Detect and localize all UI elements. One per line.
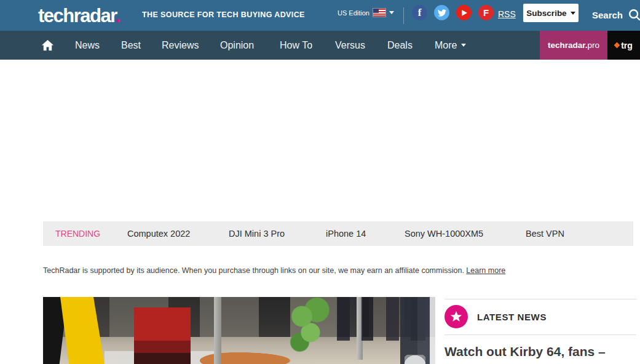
- main-navigation: News Best Reviews Opinion How To Versus …: [0, 31, 640, 60]
- trending-bar: TRENDING Computex 2022 DJI Mini 3 Pro iP…: [43, 221, 633, 246]
- play-glyph: [462, 10, 467, 16]
- nav-deals[interactable]: Deals: [387, 31, 413, 60]
- divider: [444, 334, 636, 335]
- chevron-down-icon: [461, 44, 466, 47]
- trending-item-computex[interactable]: Computex 2022: [127, 221, 190, 246]
- techradar-logo[interactable]: techradar.: [38, 5, 120, 27]
- photo-plant: [289, 297, 332, 362]
- nav-home[interactable]: [41, 31, 55, 60]
- techradar-homepage: techradar. THE SOURCE FOR TECH BUYING AD…: [0, 0, 640, 364]
- article-headline[interactable]: Watch out Kirby 64, fans –: [444, 344, 636, 360]
- affiliate-disclaimer: TechRadar is supported by its audience. …: [43, 266, 596, 275]
- nav-more[interactable]: More: [435, 31, 466, 60]
- latest-news-column: LATEST NEWS Watch out Kirby 64, fans –: [444, 299, 636, 360]
- hero-article-image[interactable]: [43, 297, 435, 364]
- twitter-icon[interactable]: [434, 5, 449, 20]
- facebook-icon[interactable]: f: [412, 5, 427, 20]
- trending-item-best-vpn[interactable]: Best VPN: [526, 221, 564, 246]
- subscribe-button[interactable]: Subscribe: [523, 4, 579, 22]
- chevron-down-icon: [389, 11, 394, 14]
- youtube-icon[interactable]: [456, 5, 472, 20]
- social-links: f F: [412, 5, 494, 20]
- search-label: Search: [592, 10, 623, 20]
- learn-more-link[interactable]: Learn more: [466, 266, 505, 275]
- site-tagline: THE SOURCE FOR TECH BUYING ADVICE: [142, 10, 305, 19]
- star-badge: [444, 305, 468, 328]
- home-icon: [41, 38, 55, 52]
- nav-how-to[interactable]: How To: [280, 31, 312, 60]
- trending-item-iphone-14[interactable]: iPhone 14: [326, 221, 366, 246]
- flipboard-icon[interactable]: F: [478, 5, 494, 20]
- nav-opinion[interactable]: Opinion: [220, 31, 254, 60]
- divider: [403, 7, 404, 24]
- photo-red-poster: [134, 307, 191, 364]
- twitter-bird-glyph: [438, 9, 446, 17]
- disclaimer-text: TechRadar is supported by its audience. …: [43, 266, 464, 275]
- latest-news-header: LATEST NEWS: [444, 299, 636, 328]
- edition-selector[interactable]: US Edition: [338, 9, 394, 17]
- trg-link[interactable]: trg: [607, 31, 640, 60]
- us-flag-icon: [373, 9, 385, 17]
- photo-shape: [405, 355, 425, 364]
- rss-link[interactable]: RSS: [498, 9, 516, 19]
- latest-news-heading: LATEST NEWS: [477, 312, 547, 322]
- photo-shape: [214, 297, 221, 364]
- trending-label: TRENDING: [55, 221, 100, 246]
- nav-best[interactable]: Best: [121, 31, 141, 60]
- nav-news[interactable]: News: [75, 31, 100, 60]
- chevron-down-icon: [571, 12, 575, 15]
- edition-label: US Edition: [338, 9, 369, 17]
- search-control[interactable]: Search: [592, 8, 640, 22]
- search-icon: [628, 8, 640, 22]
- star-icon: [449, 310, 463, 323]
- nav-reviews[interactable]: Reviews: [162, 31, 199, 60]
- logo-dot: .: [116, 5, 120, 26]
- trending-item-sony-wh[interactable]: Sony WH-1000XM5: [405, 221, 483, 246]
- techradar-pro-link[interactable]: techradar.pro: [540, 31, 607, 60]
- nav-versus[interactable]: Versus: [335, 31, 365, 60]
- trending-item-dji-mini[interactable]: DJI Mini 3 Pro: [229, 221, 285, 246]
- trg-diamond-icon: [614, 42, 620, 49]
- top-header-bar: techradar. THE SOURCE FOR TECH BUYING AD…: [0, 0, 640, 31]
